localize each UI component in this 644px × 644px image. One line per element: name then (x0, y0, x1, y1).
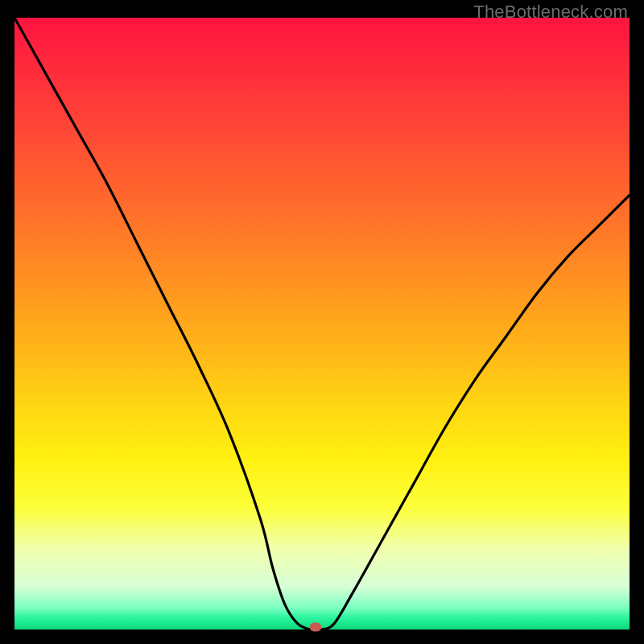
watermark-text: TheBottleneck.com (473, 2, 628, 23)
optimal-point-marker (310, 623, 321, 632)
chart-frame: TheBottleneck.com (0, 0, 644, 644)
bottleneck-curve-path (14, 18, 630, 630)
bottleneck-curve-svg (14, 18, 630, 630)
